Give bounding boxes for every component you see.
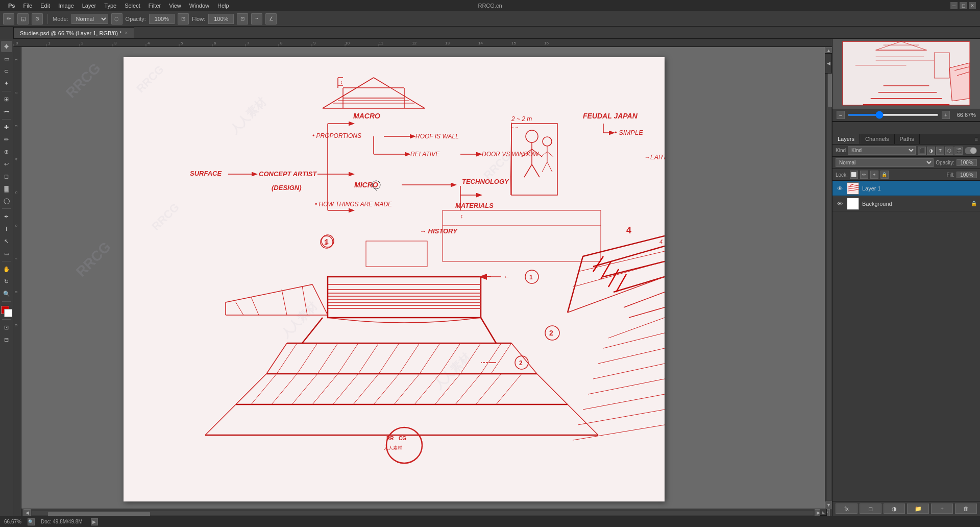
menu-bar: Ps File Edit Image Layer Type Select Fil… [0,0,980,11]
nav-controls: – + 66.67% [832,109,980,122]
menu-view[interactable]: View [165,2,185,10]
menu-ps[interactable]: Ps [4,2,19,10]
menu-help[interactable]: Help [213,2,233,10]
layers-tab[interactable]: Layers [832,134,860,144]
brush-size-icon[interactable]: ⊙ [32,13,43,25]
channels-tab[interactable]: Channels [860,134,894,144]
canvas-area[interactable]: RRCG 人人素材 RRCG 人人素材 RRCG RRCG 人人素材 RRCG … [21,47,832,516]
color-boxes[interactable] [1,306,12,317]
horizontal-scrollbar[interactable]: ◀ ▶ ↻ [21,509,832,516]
type-tool[interactable]: T [1,223,12,234]
layer-mode-select[interactable]: Normal Multiply Screen Overlay Dissolve [836,158,934,167]
lasso-tool[interactable]: ⊂ [1,65,12,77]
document-tab[interactable]: Studies.psd @ 66.7% (Layer 1, RGB/8) * × [13,27,134,38]
filter-smart-icon[interactable]: 🎬 [954,147,963,155]
filter-adjust-icon[interactable]: ◑ [927,147,935,155]
zoom-tool[interactable]: 🔍 [1,288,12,299]
mode-select[interactable]: Normal Multiply Screen Overlay Dissolve [71,14,108,24]
filter-type-icon[interactable]: T [936,147,944,155]
clone-tool[interactable]: ⊕ [1,146,12,157]
dodge-tool[interactable]: ◯ [1,195,12,206]
menu-filter[interactable]: Filter [144,2,165,10]
menu-select[interactable]: Select [120,2,144,10]
minimize-button[interactable]: ─ [950,2,958,9]
brush-options-icon[interactable]: ✏ [3,13,14,25]
pressure-opacity-icon[interactable]: ⊡ [178,13,189,25]
opacity-input[interactable] [149,14,175,24]
vscroll-track[interactable] [827,55,831,500]
layer-fx-button[interactable]: fx [836,504,857,514]
airbrush-icon[interactable]: ◌ [111,13,122,25]
eraser-tool[interactable]: ◻ [1,171,12,182]
layers-options-btn[interactable]: ≡ [973,134,980,144]
canvas-document[interactable]: RRCG 人人素材 RRCG 人人素材 RRCG 人人素材 .sketch { … [124,57,665,501]
filter-toggle[interactable] [965,147,977,154]
menu-window[interactable]: Window [185,2,213,10]
history-brush-tool[interactable]: ↩ [1,158,12,170]
menu-edit[interactable]: Edit [36,2,54,10]
paths-tab[interactable]: Paths [895,134,920,144]
restore-button[interactable]: ◻ [960,2,967,9]
nav-zoom-slider[interactable] [848,114,939,116]
magic-wand-tool[interactable]: ✦ [1,78,12,89]
filter-shape-icon[interactable]: ⬡ [945,147,953,155]
layer-mask-button[interactable]: ◻ [860,504,881,514]
brush-preset-icon[interactable]: ◱ [17,13,29,25]
menu-file[interactable]: File [19,2,36,10]
filter-pixel-icon[interactable]: ⬛ [918,147,926,155]
fill-input[interactable] [957,172,977,178]
layer-adjustment-button[interactable]: ◑ [884,504,905,514]
screen-mode-tool[interactable]: ⊟ [1,334,12,345]
tab-close-button[interactable]: × [125,30,128,36]
svg-line-153 [481,343,501,374]
lock-artboard-icon[interactable]: + [870,171,878,179]
nav-zoom-out-btn[interactable]: – [837,111,845,119]
layer-new-button[interactable]: + [931,504,953,514]
flow-input[interactable] [208,14,234,24]
shape-tool[interactable]: ▭ [1,248,12,259]
background-color[interactable] [4,309,12,317]
vertical-scrollbar[interactable]: ▲ ▼ [825,47,832,509]
angle-icon[interactable]: ∠ [265,13,277,25]
hand-tool[interactable]: ✋ [1,264,12,275]
gradient-tool[interactable]: ▓ [1,183,12,194]
menu-image[interactable]: Image [54,2,78,10]
layer-delete-button[interactable]: 🗑 [955,504,977,514]
path-select-tool[interactable]: ↖ [1,235,12,247]
vscroll-down[interactable]: ▼ [825,501,832,509]
pressure-flow-icon[interactable]: ⊡ [237,13,248,25]
layer-item-background[interactable]: 👁 Background 🔒 [832,196,980,211]
rotate-view-tool[interactable]: ↻ [1,276,12,287]
quick-mask-tool[interactable]: ⊡ [1,322,12,333]
brush-tool[interactable]: ✏ [1,134,12,145]
pen-tool[interactable]: ✒ [1,211,12,222]
lock-transparent-icon[interactable]: ⬜ [850,171,858,179]
menu-type[interactable]: Type [100,2,120,10]
svg-line-75 [547,162,552,172]
layer-group-button[interactable]: 📁 [907,504,929,514]
navigator-preview[interactable] [832,37,980,109]
arrow-btn[interactable]: ▶ [91,518,98,525]
lock-position-icon[interactable]: ✏ [860,171,868,179]
hscroll-track[interactable] [32,511,814,515]
layer-visibility-layer1[interactable]: 👁 [836,184,844,193]
crop-tool[interactable]: ⊞ [1,93,12,105]
smoothing-icon[interactable]: ~ [251,13,262,25]
eyedropper-tool[interactable]: ⊶ [1,106,12,117]
zoom-icon[interactable]: 🔍 [28,518,35,525]
lock-all-icon[interactable]: 🔒 [880,171,889,179]
svg-line-69 [532,164,540,177]
heal-tool[interactable]: ✚ [1,122,12,133]
corner-resize[interactable]: ◣ [820,509,827,516]
menu-layer[interactable]: Layer [78,2,101,10]
layer-opacity-input[interactable] [957,159,977,166]
move-tool[interactable]: ✥ [1,41,12,52]
hscroll-left[interactable]: ◀ [23,509,31,516]
layer-visibility-background[interactable]: 👁 [836,200,844,208]
filter-select[interactable]: Kind [848,146,916,155]
rectangle-select-tool[interactable]: ▭ [1,53,12,64]
close-button[interactable]: ✕ [969,2,976,9]
layer-item-layer1[interactable]: 👁 Layer 1 [832,181,980,196]
nav-zoom-in-btn[interactable]: + [942,111,950,119]
panel-collapse-button[interactable]: ◀ [825,53,832,74]
